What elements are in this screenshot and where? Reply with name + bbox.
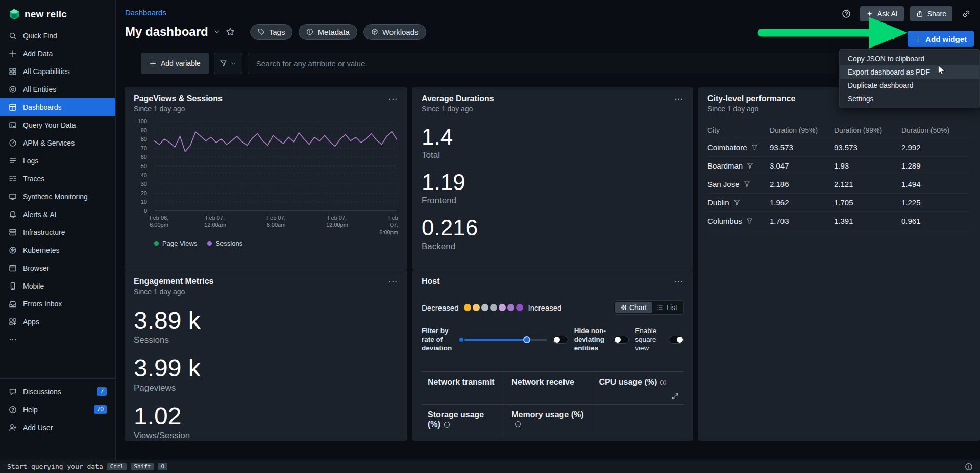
add-widget-button[interactable]: Add widget xyxy=(908,31,974,47)
sidebar-item-discussions[interactable]: Discussions7 xyxy=(0,383,115,400)
breadcrumb[interactable]: Dashboards xyxy=(125,8,166,17)
column-header: City xyxy=(707,126,770,134)
slider-handle[interactable] xyxy=(523,336,530,343)
filter-dropdown[interactable] xyxy=(214,53,242,74)
sidebar-item-all-entities[interactable]: All Entities xyxy=(0,80,115,98)
favorite-star-icon[interactable] xyxy=(226,27,235,36)
pill-label: Metadata xyxy=(317,28,350,36)
sidebar-item-traces[interactable]: Traces xyxy=(0,170,115,187)
menu-item-export-pdf[interactable]: Export dashboard as PDF xyxy=(840,65,979,79)
host-cell-memory-usage[interactable]: Memory usage (%) xyxy=(505,405,592,437)
sidebar-item-mobile[interactable]: Mobile xyxy=(0,277,115,295)
funnel-icon[interactable] xyxy=(751,144,758,151)
new-relic-logo-icon xyxy=(8,8,20,20)
list-view-button[interactable]: List xyxy=(652,302,682,313)
slider-track[interactable] xyxy=(464,339,547,341)
chart-view-button[interactable]: Chart xyxy=(615,302,652,313)
table-row[interactable]: Dublin 1.962 1.705 1.225 xyxy=(707,194,971,212)
sidebar-item-infrastructure[interactable]: Infrastructure xyxy=(0,223,115,241)
plot-area[interactable] xyxy=(154,121,397,211)
hide-entities-toggle[interactable] xyxy=(614,336,629,344)
add-variable-button[interactable]: Add variable xyxy=(141,53,209,74)
help-button[interactable] xyxy=(839,6,854,21)
plus-icon xyxy=(9,50,17,58)
share-button[interactable]: Share xyxy=(910,6,952,21)
widget-subtitle: Since 1 day ago xyxy=(134,105,398,113)
logo[interactable]: new relic xyxy=(0,0,115,27)
dashboard-more-button[interactable]: ⋯ xyxy=(884,33,898,44)
ask-ai-button[interactable]: Ask AI xyxy=(860,6,904,21)
view-toggle: Chart List xyxy=(614,300,684,315)
table-row[interactable]: San Jose 2.186 2.121 1.494 xyxy=(707,175,971,194)
widget-menu-button[interactable]: ⋯ xyxy=(386,274,400,289)
sidebar-item-add-user[interactable]: Add User xyxy=(0,418,115,436)
duration-50: 2.992 xyxy=(901,143,971,152)
deviation-toggle[interactable] xyxy=(553,336,568,344)
widget-title: Host xyxy=(422,277,684,286)
table-row[interactable]: Coimbatore 93.573 93.573 2.992 xyxy=(707,138,971,157)
copy-link-button[interactable] xyxy=(959,6,974,21)
sidebar-item-query-your-data[interactable]: Query Your Data xyxy=(0,116,115,134)
sidebar-item-alerts-ai[interactable]: Alerts & AI xyxy=(0,205,115,223)
funnel-icon[interactable] xyxy=(746,218,753,224)
sidebar-item-all-capabilities[interactable]: All Capabilities xyxy=(0,62,115,80)
funnel-icon[interactable] xyxy=(747,162,753,169)
tags-pill[interactable]: Tags xyxy=(250,24,293,40)
sidebar-item-add-data[interactable]: Add Data xyxy=(0,44,115,62)
chevron-down-icon[interactable] xyxy=(213,28,220,35)
add-user-icon xyxy=(9,423,17,432)
menu-item-duplicate-dashboard[interactable]: Duplicate dashboard xyxy=(840,79,979,92)
sidebar-item-logs[interactable]: Logs xyxy=(0,152,115,170)
funnel-icon[interactable] xyxy=(733,199,740,206)
info-icon[interactable] xyxy=(965,463,973,471)
host-cell-cpu-usage[interactable]: CPU usage (%) xyxy=(593,372,684,405)
tag-icon xyxy=(258,28,265,35)
cell-title: Memory usage (%) xyxy=(511,410,583,419)
sidebar-item-label: Traces xyxy=(23,175,44,183)
info-icon[interactable] xyxy=(444,421,450,428)
deviation-slider[interactable] xyxy=(459,336,547,344)
host-cell-storage-usage[interactable]: Storage usage (%) xyxy=(422,405,505,437)
expand-icon[interactable] xyxy=(672,393,679,400)
table-row[interactable]: Columbus 1.703 1.391 0.961 xyxy=(707,212,971,230)
widget-menu-button[interactable]: ⋯ xyxy=(386,91,400,106)
sidebar-item-apps[interactable]: Apps xyxy=(0,313,115,330)
widget-menu-button[interactable]: ⋯ xyxy=(672,274,686,289)
sidebar-item-label: Help xyxy=(23,406,38,414)
sidebar-item-errors-inbox[interactable]: Errors Inbox xyxy=(0,295,115,313)
stat-value: 0.216 xyxy=(422,216,684,240)
sidebar-item-synthetic-monitoring[interactable]: Synthetic Monitoring xyxy=(0,187,115,205)
add-widget-label: Add widget xyxy=(925,35,967,43)
entities-icon xyxy=(9,85,17,93)
sidebar-item-help[interactable]: Help70 xyxy=(0,400,115,418)
sidebar-item-more[interactable] xyxy=(0,330,115,348)
legend-page-views[interactable]: Page Views xyxy=(154,240,197,247)
workloads-pill[interactable]: Workloads xyxy=(363,24,426,40)
widget-title: Engagement Metrics xyxy=(134,277,398,286)
cell-title: Network receive xyxy=(511,377,574,386)
sidebar-item-label: Discussions xyxy=(23,388,61,396)
sidebar-item-dashboards[interactable]: Dashboards xyxy=(0,98,115,116)
sidebar-item-browser[interactable]: Browser xyxy=(0,259,115,277)
menu-item-settings[interactable]: Settings xyxy=(840,92,979,105)
funnel-icon xyxy=(220,60,227,67)
sidebar-item-kubernetes[interactable]: Kubernetes xyxy=(0,241,115,259)
chart-legend: Page Views Sessions xyxy=(154,240,398,247)
host-cell-network-receive[interactable]: Network receive xyxy=(505,372,592,405)
sidebar-item-apm-services[interactable]: APM & Services xyxy=(0,134,115,152)
legend-sessions[interactable]: Sessions xyxy=(207,240,242,247)
info-icon[interactable] xyxy=(660,379,667,386)
query-bar[interactable]: Start querying your data Ctrl Shift O xyxy=(0,460,980,473)
sidebar-item-quick-find[interactable]: Quick Find xyxy=(0,27,115,44)
sidebar-item-label: Alerts & AI xyxy=(23,210,56,219)
host-cell-network-transmit[interactable]: Network transmit xyxy=(422,372,505,405)
widget-menu-button[interactable]: ⋯ xyxy=(672,91,686,106)
metadata-pill[interactable]: Metadata xyxy=(299,24,357,40)
browser-window-icon xyxy=(9,264,17,272)
menu-item-copy-json[interactable]: Copy JSON to clipboard xyxy=(840,52,979,65)
square-view-toggle[interactable] xyxy=(669,336,684,344)
servers-icon xyxy=(9,228,17,236)
funnel-icon[interactable] xyxy=(744,181,750,187)
table-row[interactable]: Boardman 3.047 1.93 1.289 xyxy=(707,157,971,175)
info-icon[interactable] xyxy=(514,421,521,428)
